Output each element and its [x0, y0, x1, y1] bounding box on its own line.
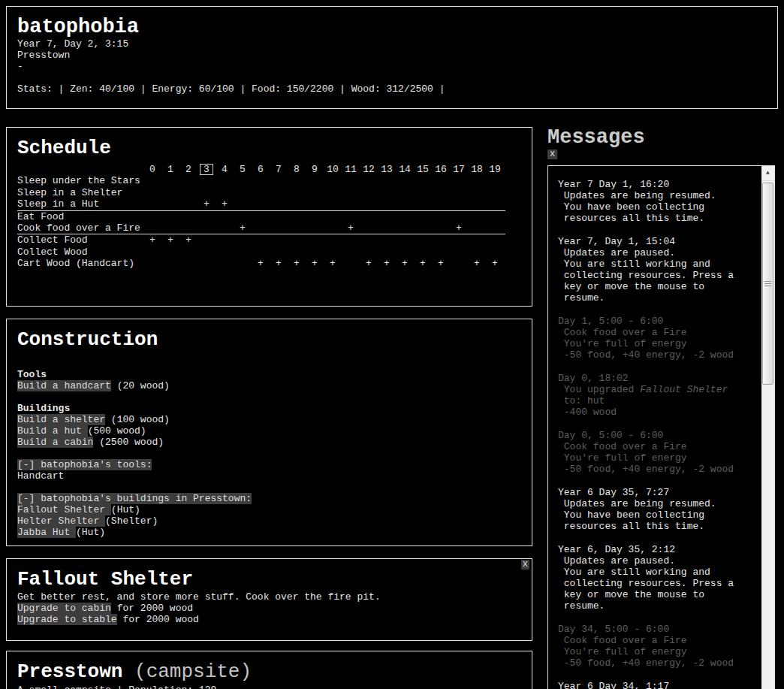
schedule-cell[interactable] — [216, 187, 234, 198]
schedule-cell[interactable] — [324, 187, 342, 198]
schedule-cell[interactable] — [306, 246, 324, 258]
building-helter-shelter-link[interactable]: Helter Shelter — [17, 515, 105, 527]
schedule-cell[interactable]: + — [216, 198, 234, 210]
schedule-cell[interactable] — [143, 187, 161, 198]
schedule-cell[interactable] — [468, 246, 486, 258]
schedule-cell[interactable] — [234, 198, 252, 210]
schedule-cell[interactable] — [216, 234, 234, 246]
schedule-cell[interactable] — [450, 258, 468, 269]
schedule-cell[interactable] — [179, 175, 198, 186]
schedule-cell[interactable] — [342, 198, 360, 210]
schedule-cell[interactable] — [306, 222, 324, 234]
schedule-cell[interactable]: + — [143, 234, 161, 246]
schedule-cell[interactable] — [396, 187, 414, 198]
schedule-cell[interactable] — [468, 175, 486, 186]
schedule-cell[interactable] — [288, 211, 306, 222]
build-handcart-button[interactable]: Build a handcart — [17, 380, 111, 391]
schedule-cell[interactable] — [234, 234, 252, 246]
schedule-cell[interactable] — [270, 246, 288, 258]
schedule-cell[interactable] — [342, 234, 360, 246]
schedule-cell[interactable] — [179, 211, 198, 222]
schedule-cell[interactable] — [324, 222, 342, 234]
schedule-cell[interactable] — [216, 246, 234, 258]
schedule-cell[interactable] — [360, 198, 378, 210]
schedule-cell[interactable] — [179, 246, 198, 258]
schedule-cell[interactable] — [432, 187, 450, 198]
schedule-cell[interactable] — [414, 198, 432, 210]
schedule-cell[interactable] — [468, 234, 486, 246]
messages-log[interactable]: Year 7 Day 1, 16:20 Updates are being re… — [547, 165, 775, 689]
schedule-cell[interactable] — [198, 258, 216, 269]
messages-close-button[interactable]: x — [547, 150, 557, 159]
schedule-cell[interactable] — [360, 234, 378, 246]
schedule-cell[interactable] — [378, 198, 396, 210]
schedule-cell[interactable]: + — [450, 222, 468, 234]
schedule-cell[interactable] — [234, 258, 252, 269]
schedule-cell[interactable] — [143, 175, 161, 186]
schedule-cell[interactable] — [252, 198, 270, 210]
schedule-cell[interactable] — [306, 175, 324, 186]
schedule-cell[interactable] — [252, 234, 270, 246]
schedule-cell[interactable] — [450, 211, 468, 222]
schedule-cell[interactable] — [234, 246, 252, 258]
scroll-thumb[interactable] — [762, 183, 773, 385]
schedule-cell[interactable] — [450, 246, 468, 258]
schedule-cell[interactable]: + — [468, 258, 486, 269]
upgrade-to-cabin-button[interactable]: Upgrade to cabin — [17, 603, 111, 614]
schedule-cell[interactable] — [414, 246, 432, 258]
schedule-cell[interactable] — [486, 187, 504, 198]
owned-buildings-collapse-toggle[interactable]: [-] batophobia's buildings in Presstown: — [17, 493, 252, 504]
schedule-cell[interactable] — [342, 246, 360, 258]
schedule-cell[interactable]: + — [324, 258, 342, 269]
schedule-cell[interactable] — [378, 222, 396, 234]
schedule-cell[interactable] — [378, 246, 396, 258]
schedule-cell[interactable] — [324, 246, 342, 258]
schedule-cell[interactable] — [396, 234, 414, 246]
schedule-cell[interactable]: + — [234, 222, 252, 234]
schedule-cell[interactable] — [198, 175, 216, 186]
schedule-cell[interactable] — [414, 211, 432, 222]
schedule-cell[interactable] — [288, 234, 306, 246]
schedule-cell[interactable] — [161, 211, 179, 222]
schedule-cell[interactable] — [378, 175, 396, 186]
schedule-cell[interactable] — [234, 175, 252, 186]
schedule-cell[interactable] — [179, 187, 198, 198]
schedule-cell[interactable] — [161, 175, 179, 186]
schedule-cell[interactable]: + — [414, 258, 432, 269]
schedule-cell[interactable] — [252, 187, 270, 198]
schedule-cell[interactable] — [306, 234, 324, 246]
schedule-cell[interactable] — [360, 175, 378, 186]
schedule-cell[interactable] — [198, 222, 216, 234]
owned-tools-collapse-toggle[interactable]: [-] batophobia's tools: — [17, 459, 152, 470]
schedule-cell[interactable] — [396, 222, 414, 234]
schedule-cell[interactable] — [306, 198, 324, 210]
schedule-cell[interactable]: + — [396, 258, 414, 269]
schedule-cell[interactable] — [396, 211, 414, 222]
schedule-cell[interactable] — [432, 222, 450, 234]
schedule-cell[interactable] — [342, 187, 360, 198]
messages-scrollbar[interactable]: ▲ — [761, 166, 774, 689]
schedule-cell[interactable] — [288, 187, 306, 198]
schedule-cell[interactable] — [450, 198, 468, 210]
schedule-cell[interactable]: + — [288, 258, 306, 269]
schedule-cell[interactable]: + — [252, 258, 270, 269]
building-fallout-shelter-link[interactable]: Fallout Shelter — [17, 504, 111, 515]
schedule-cell[interactable]: + — [486, 258, 504, 269]
schedule-cell[interactable] — [179, 198, 198, 210]
building-jabba-hut-link[interactable]: Jabba Hut — [17, 527, 76, 538]
schedule-cell[interactable] — [216, 211, 234, 222]
schedule-cell[interactable]: + — [342, 222, 360, 234]
schedule-cell[interactable] — [306, 211, 324, 222]
build-hut-button[interactable]: Build a hut — [17, 425, 88, 437]
schedule-cell[interactable] — [432, 211, 450, 222]
schedule-cell[interactable] — [432, 198, 450, 210]
schedule-cell[interactable] — [216, 175, 234, 186]
schedule-cell[interactable] — [468, 222, 486, 234]
fallout-shelter-close-button[interactable]: x — [521, 560, 529, 570]
schedule-cell[interactable] — [396, 246, 414, 258]
schedule-cell[interactable] — [450, 175, 468, 186]
schedule-cell[interactable] — [378, 187, 396, 198]
schedule-cell[interactable] — [360, 246, 378, 258]
schedule-cell[interactable] — [270, 234, 288, 246]
schedule-cell[interactable] — [360, 187, 378, 198]
